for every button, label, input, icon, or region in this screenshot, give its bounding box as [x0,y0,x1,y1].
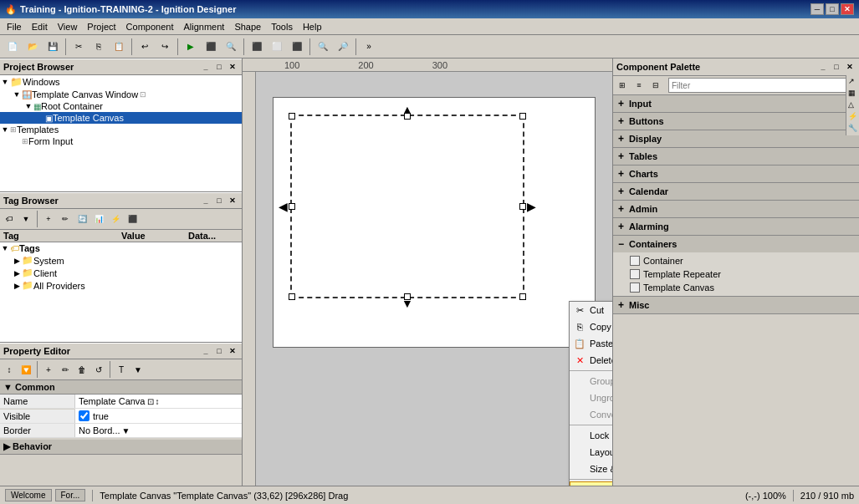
palette-item-template-repeater[interactable]: Template Repeater [613,267,859,281]
prop-btn-del[interactable]: 🗑 [74,362,89,377]
palette-group-misc-header[interactable]: + Misc [613,297,859,313]
menu-view[interactable]: View [53,20,83,33]
tag-btn-4[interactable]: ✏ [58,211,73,227]
ctx-delete[interactable]: ✕ Delete Delete [570,352,612,369]
toolbar-align-left[interactable]: ⬛ [248,38,266,56]
ctx-layout[interactable]: Layout... Ctrl-L [570,444,612,461]
tree-item-tags[interactable]: ▼ 🏷 Tags [0,242,242,254]
prop-btn-edit[interactable]: ✏ [58,362,73,377]
toolbar-preview[interactable]: 🔍 [222,38,240,56]
ctx-paste[interactable]: 📋 Paste Ctrl-V [570,335,612,352]
toolbar-cut[interactable]: ✂ [69,38,88,56]
handle-tr[interactable] [519,113,526,120]
prop-btn-filter[interactable]: 🔽 [18,362,33,377]
vert-btn-4[interactable]: ⚡ [848,112,858,122]
pe-close[interactable]: ✕ [227,345,238,357]
project-browser-float[interactable]: □ [213,61,225,73]
palette-group-display-header[interactable]: + Display [613,130,859,147]
palette-item-template-canvas[interactable]: Template Canvas [613,281,859,294]
palette-group-admin-header[interactable]: + Admin [613,201,859,217]
toolbar-undo[interactable]: ↩ [135,38,154,56]
toolbar-stop[interactable]: ⬛ [202,38,220,56]
toolbar-zoom-in[interactable]: 🔎 [334,38,352,56]
toolbar-more[interactable]: » [360,38,378,56]
tag-btn-8[interactable]: ⬛ [125,211,140,227]
tree-item-client[interactable]: ▶ 📁 Client [0,267,242,279]
menu-alignment[interactable]: Alignment [178,20,229,33]
palette-view-btn-2[interactable]: ≡ [631,78,647,93]
close-button[interactable]: ✕ [841,3,854,15]
tree-item-templates[interactable]: ▼ ⊞ Templates [0,124,242,135]
palette-view-btn-3[interactable]: ⊟ [648,78,663,93]
prop-btn-text[interactable]: T [114,362,129,377]
menu-shape[interactable]: Shape [229,20,266,33]
toolbar-new[interactable]: 📄 [3,38,22,56]
palette-minimize[interactable]: _ [817,61,829,73]
toolbar-save[interactable]: 💾 [43,38,62,56]
tag-browser-close[interactable]: ✕ [227,195,238,206]
menu-edit[interactable]: Edit [27,20,53,33]
prop-btn-sort[interactable]: ↕ [2,362,17,377]
palette-group-charts-header[interactable]: + Charts [613,165,859,182]
tree-item-allproviders[interactable]: ▶ 📁 All Providers [0,279,242,292]
status-tab-welcome[interactable]: Welcome [5,489,52,501]
vert-btn-2[interactable]: ▦ [848,89,858,99]
toolbar-redo[interactable]: ↪ [156,38,174,56]
handle-br[interactable] [519,293,526,300]
palette-group-buttons-header[interactable]: + Buttons [613,113,859,130]
tag-browser-minimize[interactable]: _ [200,195,212,206]
handle-bl[interactable] [289,293,295,300]
toolbar-open[interactable]: 📂 [23,38,42,56]
menu-file[interactable]: File [2,20,27,33]
tag-btn-2[interactable]: ▼ [18,211,33,227]
palette-group-calendar-header[interactable]: + Calendar [613,183,859,200]
menu-help[interactable]: Help [298,20,327,33]
tree-item-forminput[interactable]: ⊞ Form Input [0,135,242,147]
prop-btn-reset[interactable]: ↺ [91,362,106,377]
status-tab-for[interactable]: For... [55,489,86,501]
toolbar-zoom-out[interactable]: 🔍 [314,38,332,56]
pe-float[interactable]: □ [213,345,225,357]
tag-browser-float[interactable]: □ [213,195,225,206]
palette-close[interactable]: ✕ [844,61,856,73]
ctx-cut[interactable]: ✂ Cut Ctrl-X [570,302,612,318]
menu-tools[interactable]: Tools [266,20,298,33]
maximize-button[interactable]: □ [826,3,839,15]
palette-group-containers-header[interactable]: − Containers [613,236,859,252]
tag-btn-1[interactable]: 🏷 [2,211,17,227]
tree-item-windows[interactable]: ▼ 📁 Windows [0,75,242,89]
palette-item-container[interactable]: Container [613,254,859,267]
tag-btn-5[interactable]: 🔄 [74,211,89,227]
handle-right[interactable] [519,203,526,210]
prop-section-behavior[interactable]: ▶ Behavior [0,440,242,455]
menu-project[interactable]: Project [82,20,120,33]
tree-item-tcw[interactable]: ▼ 🪟 Template Canvas Window ⊡ [0,89,242,100]
prop-btn-add[interactable]: + [41,362,56,377]
ctx-copy[interactable]: ⎘ Copy Ctrl-C [570,318,612,335]
prop-section-common[interactable]: ▼ Common [0,380,242,395]
tree-item-tc[interactable]: ▣ Template Canvas [0,112,242,124]
project-browser-minimize[interactable]: _ [200,61,212,73]
toolbar-align-right[interactable]: ⬛ [288,38,306,56]
tag-btn-3[interactable]: + [41,211,56,227]
palette-search-input[interactable] [668,78,854,93]
toolbar-copy[interactable]: ⎘ [89,38,108,56]
palette-group-alarming-header[interactable]: + Alarming [613,218,859,235]
palette-view-btn-1[interactable]: ⊞ [615,78,630,93]
project-browser-close[interactable]: ✕ [227,61,238,73]
ctx-customizers[interactable]: ⚙ Customizers ▶ ⚙ Template Canvas Custom… [570,481,612,486]
vert-btn-3[interactable]: △ [848,100,858,110]
pe-minimize[interactable]: _ [200,345,212,357]
tree-item-system[interactable]: ▶ 📁 System [0,254,242,267]
tag-btn-7[interactable]: ⚡ [108,211,123,227]
tree-item-root[interactable]: ▼ ▦ Root Container [0,100,242,112]
canvas-content[interactable]: ◀ ▶ ▲ ▼ [256,72,612,486]
palette-group-tables-header[interactable]: + Tables [613,148,859,165]
minimize-button[interactable]: ─ [810,3,824,15]
prop-visible-checkbox[interactable] [79,410,89,421]
handle-tl[interactable] [289,113,295,120]
palette-float[interactable]: □ [831,61,842,73]
ctx-lock[interactable]: Lock [570,427,612,444]
tag-btn-6[interactable]: 📊 [91,211,106,227]
palette-group-input-header[interactable]: + Input [613,95,859,112]
